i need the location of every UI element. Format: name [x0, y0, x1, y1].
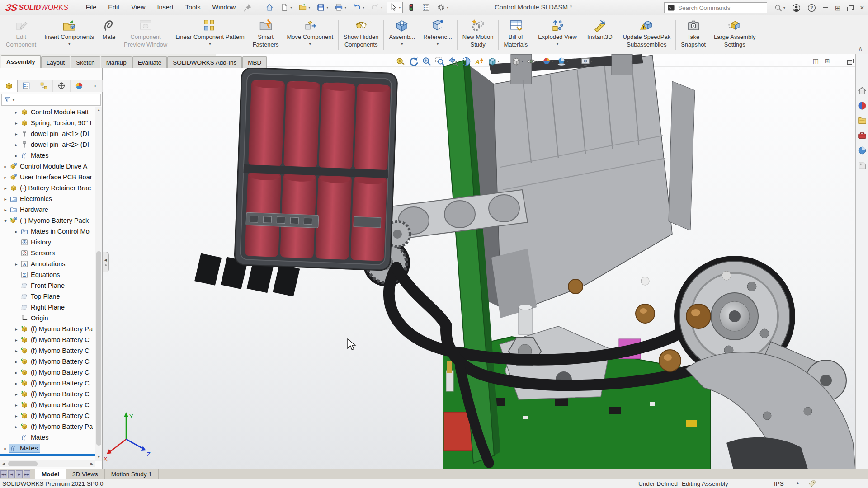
tree-item[interactable]: ▸(f) Myomo Battery C	[0, 378, 95, 389]
tree-expand-icon[interactable]: ▸	[13, 413, 20, 418]
tree-item[interactable]: ▸Mates	[0, 443, 95, 454]
menu-edit[interactable]: Edit	[102, 0, 125, 15]
tag-icon[interactable]	[808, 480, 816, 488]
taskpane-toolbox-icon[interactable]	[857, 131, 867, 141]
dropdown-caret-icon[interactable]: ▾	[309, 42, 311, 46]
ribbon-update-speedpak-button[interactable]: Update SpeedPakSubassemblies	[619, 17, 675, 54]
dropdown-caret-icon[interactable]: ▾	[68, 42, 70, 46]
tree-expand-icon[interactable]: ▸	[13, 359, 20, 364]
dropdown-caret-icon[interactable]: ▾	[209, 42, 211, 46]
search-input[interactable]	[678, 5, 750, 11]
search-icon[interactable]: ▾	[774, 4, 785, 12]
tree-item[interactable]: ▸Hardware	[0, 204, 95, 215]
nav-last-button[interactable]: ▶▶	[24, 470, 30, 478]
search-commands-box[interactable]	[664, 2, 767, 13]
tree-item[interactable]: ▸dowel pin_ai<2> (DI	[0, 139, 95, 150]
split-view-icon[interactable]: ⊞	[835, 5, 841, 11]
tree-item[interactable]: ▸Control Module Batt	[0, 107, 95, 117]
ribbon-collapse-icon[interactable]: ∧	[858, 45, 863, 52]
tree-item[interactable]: Right Plane	[0, 302, 95, 313]
taskpane-appearances-icon[interactable]	[857, 145, 867, 155]
tree-expand-icon[interactable]: ▸	[13, 110, 20, 115]
apply-scene-icon[interactable]: ▾	[557, 56, 569, 66]
tree-vertical-scrollbar[interactable]: ▲ ▼	[95, 107, 102, 461]
ribbon-take-snapshot-button[interactable]: TakeSnapshot	[677, 17, 710, 54]
rotate-view-icon[interactable]	[409, 56, 419, 66]
tab-markup[interactable]: Markup	[101, 56, 132, 68]
tree-expand-icon[interactable]: ▸	[13, 381, 20, 386]
redo-button[interactable]: ▾	[368, 2, 385, 13]
tree-item[interactable]: ▸Mates in Control Mo	[0, 226, 95, 237]
close-icon[interactable]: ×	[859, 4, 864, 12]
panel-tab-feature-manager[interactable]	[0, 80, 18, 92]
tree-expand-icon[interactable]: ▸	[2, 446, 9, 451]
tree-expand-icon[interactable]: ▸	[13, 338, 20, 343]
tree-item[interactable]: ▸User Interface PCB Boar	[0, 172, 95, 183]
tab-mbd[interactable]: MBD	[242, 56, 267, 68]
tree-item[interactable]: ▸Spring, Torsion, 90° I	[0, 117, 95, 128]
rebuild-button[interactable]	[405, 2, 418, 13]
ribbon-bill-of-materials-button[interactable]: Bill ofMaterials	[500, 17, 532, 54]
measure-icon[interactable]	[396, 56, 406, 66]
tree-item[interactable]: ▸(f) Myomo Battery C	[0, 367, 95, 378]
menu-file[interactable]: File	[80, 0, 102, 15]
dropdown-caret-icon[interactable]: ▾	[437, 42, 439, 46]
doc-restore-icon[interactable]	[847, 59, 853, 64]
view-settings-icon[interactable]: ▾	[580, 56, 593, 66]
panel-tab-configuration-manager[interactable]	[35, 80, 53, 92]
previous-view-icon[interactable]	[448, 56, 458, 66]
taskpane-design-library-icon[interactable]	[857, 116, 867, 126]
tree-item[interactable]: ▾(-) Myomo Battery Pack	[0, 215, 95, 226]
tree-expand-icon[interactable]: ▸	[13, 142, 20, 147]
undo-button[interactable]: ▾	[350, 2, 367, 13]
ribbon-assembly-features-button[interactable]: Assemb...▾	[385, 17, 419, 54]
panel-tab-property-manager[interactable]	[18, 80, 35, 92]
tree-item[interactable]: ▸(-) Battery Retainer Brac	[0, 183, 95, 193]
menu-window[interactable]: Window	[207, 0, 242, 15]
scroll-right-icon[interactable]: ▶	[88, 460, 95, 467]
doc-tab-model[interactable]: Model	[35, 469, 66, 479]
tab-sketch[interactable]: Sketch	[71, 56, 100, 68]
zoom-fit-icon[interactable]	[422, 56, 432, 66]
tree-filter[interactable]: ▾	[1, 94, 101, 106]
tree-item[interactable]: ΣEquations	[0, 269, 95, 280]
view-orientation-icon[interactable]: ▾	[487, 56, 500, 66]
tree-expand-icon[interactable]: ▸	[13, 121, 20, 126]
tree-expand-icon[interactable]: ▸	[2, 207, 9, 212]
tab-evaluate[interactable]: Evaluate	[132, 56, 167, 68]
taskpane-home-icon[interactable]	[857, 86, 867, 96]
ribbon-insert-components-button[interactable]: Insert Components▾	[40, 17, 98, 54]
save-button[interactable]: ▾	[314, 2, 330, 13]
tree-item[interactable]: History	[0, 237, 95, 248]
tree-item[interactable]: ▸Control Module Drive A	[0, 161, 95, 172]
status-units[interactable]: IPS	[774, 480, 784, 487]
menu-tools[interactable]: Tools	[179, 0, 207, 15]
vscroll-thumb[interactable]	[96, 251, 101, 446]
ribbon-instant3d-button[interactable]: Instant3D	[583, 17, 617, 54]
new-button[interactable]: ▾	[278, 2, 294, 13]
hscroll-thumb[interactable]	[8, 461, 38, 466]
nav-prev-button[interactable]: ◀	[8, 470, 15, 478]
tab-layout[interactable]: Layout	[41, 56, 71, 68]
edit-appearance-icon[interactable]: ▾	[542, 56, 554, 66]
tree-item[interactable]: ▸(f) Myomo Battery C	[0, 399, 95, 410]
tree-item[interactable]: Front Plane	[0, 280, 95, 291]
doc-tab-3d-views[interactable]: 3D Views	[66, 469, 105, 479]
tree-expand-icon[interactable]: ▸	[2, 175, 9, 180]
tree-expand-icon[interactable]: ▸	[13, 229, 20, 234]
ribbon-new-motion-study-button[interactable]: New MotionStudy	[458, 17, 498, 54]
tree-item[interactable]: Origin	[0, 313, 95, 324]
tree-expand-icon[interactable]: ▸	[13, 262, 20, 267]
tree-expand-icon[interactable]: ▸	[13, 370, 20, 375]
units-caret-icon[interactable]: ▲	[796, 481, 800, 485]
tree-horizontal-scrollbar[interactable]: ◀ ▶	[0, 460, 95, 467]
tree-item[interactable]: Mates	[0, 432, 95, 443]
help-icon[interactable]: ?	[807, 4, 816, 12]
ribbon-linear-pattern-button[interactable]: Linear Component Pattern▾	[171, 17, 248, 54]
doc-tab-motion-study-1[interactable]: Motion Study 1	[105, 469, 159, 479]
scroll-down-icon[interactable]: ▼	[95, 454, 102, 461]
tree-item[interactable]: ▸(f) Myomo Battery Pa	[0, 324, 95, 334]
tree-item[interactable]: ▸(f) Myomo Battery C	[0, 410, 95, 421]
hide-show-items-icon[interactable]: ▾	[526, 56, 538, 66]
tree-item[interactable]: ▸dowel pin_ai<1> (DI	[0, 128, 95, 139]
